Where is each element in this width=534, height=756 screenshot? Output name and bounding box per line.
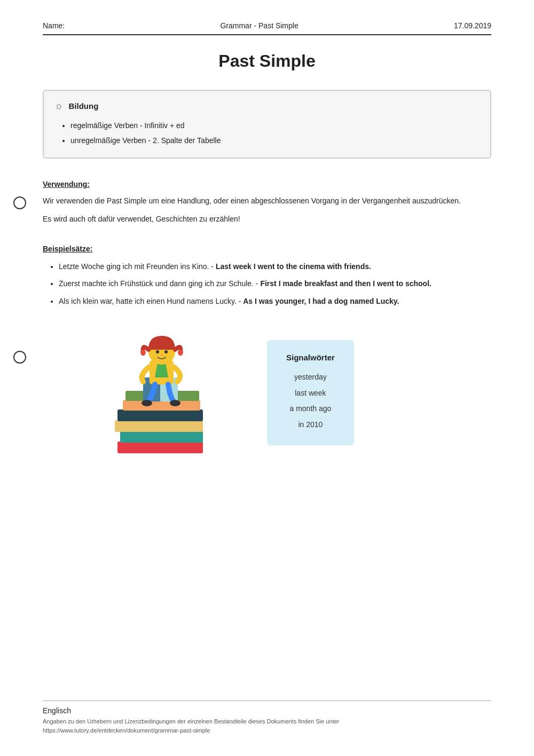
- bildung-box: ☼ Bildung regelmäßige Verben - Infinitiv…: [43, 90, 491, 159]
- beispiel-list: Letzte Woche ging ich mit Freunden ins K…: [43, 259, 491, 309]
- verwendung-section: Verwendung: Wir verwenden die Past Simpl…: [43, 180, 491, 226]
- beispiel-german-2: Zuerst machte ich Frühstück und dann gin…: [59, 279, 258, 288]
- verwendung-heading: Verwendung:: [43, 180, 491, 188]
- illustration-area: Signalwörter yesterday last week a month…: [43, 324, 491, 474]
- header-subject-title: Grammar - Past Simple: [220, 21, 298, 30]
- beispiel-german-1: Letzte Woche ging ich mit Freunden ins K…: [59, 262, 214, 271]
- svg-point-17: [161, 354, 163, 356]
- beispiel-section: Beispielsätze: Letzte Woche ging ich mit…: [43, 245, 491, 309]
- page-title: Past Simple: [43, 51, 491, 71]
- verwendung-text-2: Es wird auch oft dafür verwendet, Geschi…: [43, 213, 491, 226]
- signal-title: Signalwörter: [286, 353, 335, 362]
- bildung-item-2: unregelmäßige Verben - 2. Spalte der Tab…: [70, 133, 477, 148]
- girl-illustration: [85, 324, 235, 474]
- signal-word-3: a month ago: [286, 401, 335, 416]
- page: Name: Grammar - Past Simple 17.09.2019 P…: [0, 0, 534, 756]
- beispiel-item-1: Letzte Woche ging ich mit Freunden ins K…: [59, 259, 491, 274]
- svg-point-15: [156, 350, 159, 353]
- beispiel-english-2: First I made breakfast and then I went t…: [260, 279, 431, 288]
- svg-rect-1: [120, 431, 203, 443]
- footer-subject: Englisch: [43, 706, 491, 715]
- svg-point-13: [140, 350, 146, 355]
- beispiel-item-3: Als ich klein war, hatte ich einen Hund …: [59, 294, 491, 309]
- svg-point-16: [164, 350, 168, 353]
- svg-point-14: [178, 350, 183, 355]
- beispiel-item-2: Zuerst machte ich Frühstück und dann gin…: [59, 277, 491, 291]
- svg-rect-3: [117, 410, 203, 421]
- svg-rect-0: [117, 442, 203, 453]
- circle-indicator-1: [13, 196, 26, 209]
- sun-icon: ☼: [54, 100, 64, 112]
- beispiel-german-3: Als ich klein war, hatte ich einen Hund …: [59, 297, 241, 305]
- signal-box: Signalwörter yesterday last week a month…: [267, 340, 354, 445]
- svg-point-19: [170, 400, 180, 406]
- header-name-label: Name:: [43, 21, 65, 30]
- footer-copy-line2: https://www.tutory.de/entdecken/dokument…: [43, 726, 491, 735]
- beispiel-english-3: As I was younger, I had a dog named Luck…: [243, 297, 399, 305]
- signal-words: yesterday last week a month ago in 2010: [286, 369, 335, 432]
- beispiel-heading: Beispielsätze:: [43, 245, 491, 253]
- circle-indicator-2: [13, 351, 26, 364]
- svg-rect-2: [115, 420, 203, 432]
- footer-copy-line1: Angaben zu den Urhebern und Lizenzbeding…: [43, 717, 491, 726]
- svg-point-18: [142, 400, 152, 406]
- bildung-header: ☼ Bildung: [54, 100, 477, 112]
- bildung-heading: Bildung: [69, 101, 99, 111]
- footer: Englisch Angaben zu den Urhebern und Liz…: [43, 700, 491, 735]
- verwendung-text-1: Wir verwenden die Past Simple um eine Ha…: [43, 195, 491, 208]
- bildung-item-1: regelmäßige Verben - Infinitiv + ed: [70, 118, 477, 133]
- header: Name: Grammar - Past Simple 17.09.2019: [43, 21, 491, 35]
- signal-word-4: in 2010: [286, 417, 335, 432]
- signal-word-2: last week: [286, 385, 335, 401]
- beispiel-english-1: Last week I went to the cinema with frie…: [216, 262, 371, 271]
- signal-word-1: yesterday: [286, 369, 335, 385]
- bildung-list: regelmäßige Verben - Infinitiv + ed unre…: [54, 118, 477, 148]
- header-date: 17.09.2019: [454, 21, 491, 30]
